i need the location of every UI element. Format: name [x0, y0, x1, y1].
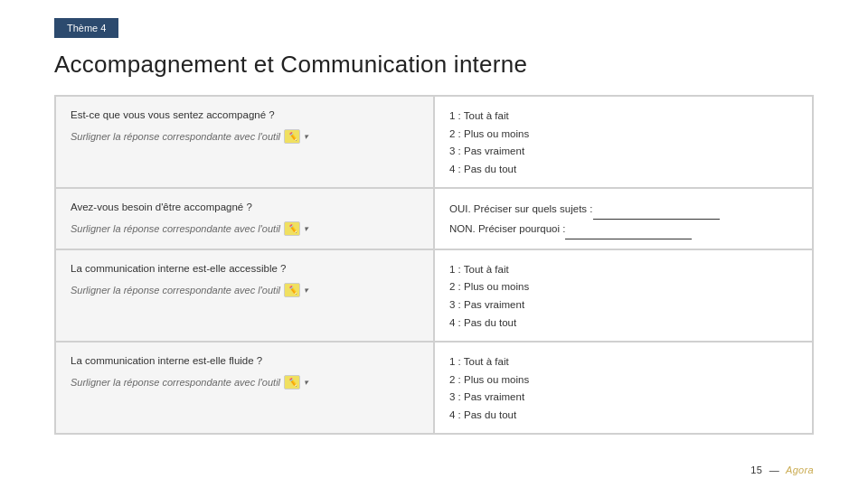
questions-grid: Est-ce que vous vous sentez accompagné ?… — [54, 95, 814, 435]
question-cell-3: La communication interne est-elle access… — [55, 249, 434, 342]
highlight-icon-2[interactable]: ✏️ — [284, 221, 300, 236]
answer-line-3-3: 4 : Pas du tout — [449, 314, 797, 333]
page: Thème 4 Accompagnement et Communication … — [0, 0, 868, 488]
answer-line-4-1: 2 : Plus ou moins — [449, 371, 797, 389]
chevron-icon-2[interactable]: ▾ — [304, 224, 308, 233]
footer: 15 — Agora — [750, 465, 814, 475]
hint-text-4: Surligner la réponse correspondante avec… — [71, 377, 280, 388]
page-title: Accompagnement et Communication interne — [54, 51, 814, 79]
blank-line-2-1 — [565, 239, 692, 239]
answer-line-3-2: 3 : Pas vraiment — [449, 296, 797, 314]
chevron-icon-3[interactable]: ▾ — [304, 286, 308, 295]
answer-cell-1: 1 : Tout à fait 2 : Plus ou moins 3 : Pa… — [434, 96, 813, 188]
chevron-icon-1[interactable]: ▾ — [304, 132, 308, 141]
highlight-icon-3[interactable]: ✏️ — [284, 283, 300, 297]
question-text-2: Avez-vous besoin d'être accompagné ? — [71, 200, 419, 214]
footer-dash: — — [769, 465, 779, 475]
answer-cell-2: OUI. Préciser sur quels sujets : NON. Pr… — [434, 188, 813, 249]
answer-line-1-0: 1 : Tout à fait — [449, 108, 797, 126]
question-cell-2: Avez-vous besoin d'être accompagné ? Sur… — [55, 188, 434, 249]
hint-text-3: Surligner la réponse correspondante avec… — [71, 285, 280, 296]
theme-badge: Thème 4 — [54, 18, 118, 38]
answer-line-1-2: 3 : Pas vraiment — [449, 143, 797, 161]
hint-text-2: Surligner la réponse correspondante avec… — [71, 223, 280, 234]
question-cell-4: La communication interne est-elle fluide… — [55, 342, 434, 434]
highlight-hint-2: Surligner la réponse correspondante avec… — [71, 221, 419, 236]
answer-line-3-1: 2 : Plus ou moins — [449, 278, 797, 296]
question-cell-1: Est-ce que vous vous sentez accompagné ?… — [55, 96, 434, 188]
highlight-icon-4[interactable]: ✏️ — [284, 375, 300, 389]
answer-cell-3: 1 : Tout à fait 2 : Plus ou moins 3 : Pa… — [434, 249, 813, 342]
answer-line-4-0: 1 : Tout à fait — [449, 353, 797, 371]
question-text-4: La communication interne est-elle fluide… — [71, 353, 419, 368]
highlight-hint-1: Surligner la réponse correspondante avec… — [71, 129, 419, 144]
highlight-icon-1[interactable]: ✏️ — [284, 129, 300, 144]
chevron-icon-4[interactable]: ▾ — [304, 378, 308, 387]
answer-line-4-3: 4 : Pas du tout — [449, 407, 797, 425]
brand-name: Agora — [786, 465, 814, 475]
answer-open-2-1: NON. Préciser pourquoi : — [449, 220, 797, 239]
question-text-3: La communication interne est-elle access… — [71, 261, 419, 276]
answer-line-1-3: 4 : Pas du tout — [449, 161, 797, 179]
answer-open-2-0: OUI. Préciser sur quels sujets : — [449, 200, 797, 220]
page-number: 15 — [750, 465, 762, 475]
highlight-hint-3: Surligner la réponse correspondante avec… — [71, 283, 419, 297]
answer-cell-4: 1 : Tout à fait 2 : Plus ou moins 3 : Pa… — [434, 342, 813, 434]
highlight-hint-4: Surligner la réponse correspondante avec… — [71, 375, 419, 389]
hint-text-1: Surligner la réponse correspondante avec… — [71, 131, 280, 142]
answer-line-1-1: 2 : Plus ou moins — [449, 126, 797, 144]
question-text-1: Est-ce que vous vous sentez accompagné ? — [71, 108, 419, 122]
answer-line-4-2: 3 : Pas vraiment — [449, 389, 797, 407]
answer-line-3-0: 1 : Tout à fait — [449, 261, 797, 279]
